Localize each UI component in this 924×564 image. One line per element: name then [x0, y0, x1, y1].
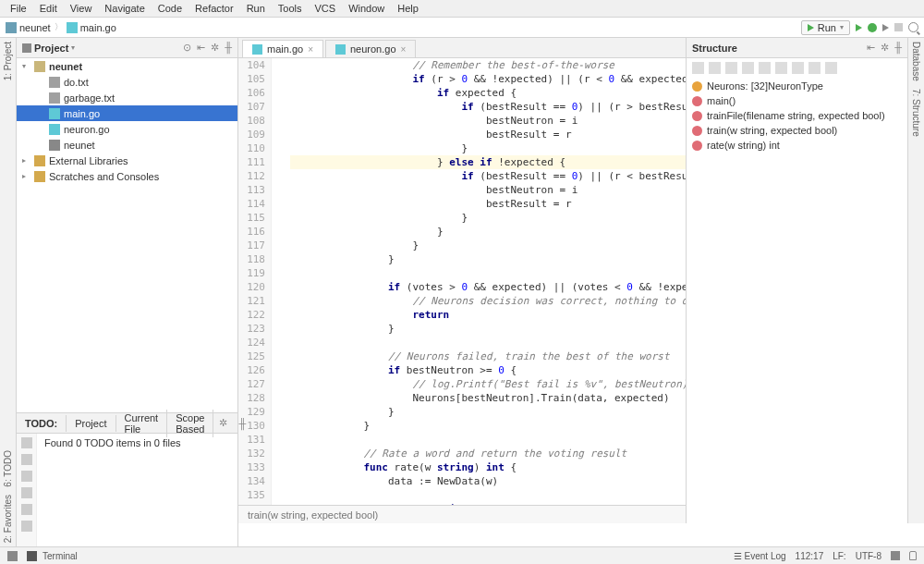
gear-icon[interactable]: ✲ [211, 42, 219, 54]
inspection-icon[interactable] [891, 551, 900, 560]
hide-icon[interactable]: ╫ [225, 42, 232, 54]
structure-item[interactable]: Neurons: [32]NeuronType [692, 79, 902, 93]
fold-gutter[interactable] [272, 58, 285, 505]
group-icon[interactable] [21, 471, 32, 482]
run-button[interactable] [856, 24, 862, 31]
run-config-dropdown[interactable]: Run ▾ [801, 20, 850, 35]
text-file-icon [49, 77, 60, 88]
debug-button[interactable] [868, 23, 877, 32]
collapse-icon[interactable]: ⇤ [867, 42, 875, 54]
menu-edit[interactable]: Edit [33, 1, 64, 16]
inherited-icon[interactable] [792, 62, 804, 74]
gear-icon[interactable]: ✲ [881, 42, 889, 54]
menu-refactor[interactable]: Refactor [188, 1, 240, 16]
structure-panel-header: Structure ⇤ ✲ ╫ [687, 38, 907, 58]
sidebar-tab-structure[interactable]: 7: Structure [911, 89, 921, 137]
code-area[interactable]: 1041051061071081091101111121131141151161… [238, 58, 686, 505]
sidebar-tab-project[interactable]: 1: Project [3, 42, 13, 80]
tree-scratches[interactable]: ▸Scratches and Consoles [17, 168, 237, 184]
project-panel-title: Project [34, 43, 68, 54]
filter-icon[interactable] [709, 62, 721, 74]
tree-item-label: main.go [64, 108, 100, 119]
search-icon[interactable] [908, 22, 918, 32]
collapse-icon[interactable]: ⇤ [197, 42, 205, 54]
go-file-icon [335, 44, 346, 55]
tab-main[interactable]: main.go× [242, 40, 323, 57]
hide-icon[interactable]: ╫ [233, 418, 251, 429]
menu-help[interactable]: Help [391, 1, 425, 16]
code-content[interactable]: // Remember the best-of-the-worse if (r … [285, 58, 686, 505]
menu-window[interactable]: Window [342, 1, 391, 16]
line-separator[interactable]: LF: [833, 551, 845, 561]
sidebar-tab-todo[interactable]: 6: TODO [3, 450, 13, 487]
autoscroll-icon[interactable] [21, 504, 32, 515]
tree-root-label: neunet [49, 61, 82, 72]
anonymous-icon[interactable] [808, 62, 821, 74]
go-file-icon [252, 44, 262, 55]
autoscroll-icon[interactable] [759, 62, 771, 74]
binary-icon [49, 140, 60, 151]
breadcrumb-bottom[interactable]: train(w string, expected bool) [238, 505, 686, 523]
breadcrumb-root[interactable]: neunet [6, 22, 51, 33]
project-view-dropdown[interactable]: Project ▾ [22, 43, 75, 54]
close-icon[interactable]: × [308, 44, 313, 55]
caret-position: 112:17 [796, 551, 824, 561]
encoding[interactable]: UTF-8 [856, 551, 881, 561]
structure-item[interactable]: rate(w string) int [692, 138, 902, 153]
function-icon [692, 126, 702, 136]
tree-item-neuron[interactable]: neuron.go [17, 121, 237, 137]
coverage-button[interactable] [882, 24, 889, 31]
expand-icon[interactable] [725, 62, 737, 74]
expand-icon[interactable] [21, 437, 32, 448]
menu-file[interactable]: File [4, 1, 33, 16]
todo-tab-scope[interactable]: Scope Based [167, 410, 213, 437]
todo-tab-project[interactable]: Project [67, 415, 116, 432]
scratch-icon [34, 171, 45, 182]
window-icon[interactable] [7, 551, 18, 561]
todo-message: Found 0 TODO items in 0 files [44, 437, 181, 448]
sidebar-tab-favorites[interactable]: 2: Favorites [3, 495, 13, 543]
tree-item-bin[interactable]: neunet [17, 137, 237, 153]
tree-item-main[interactable]: main.go [17, 105, 237, 121]
toolbar-right: Run ▾ [801, 20, 918, 35]
fields-icon[interactable] [775, 62, 787, 74]
close-icon[interactable]: × [401, 44, 407, 55]
menu-tools[interactable]: Tools [272, 1, 309, 16]
collapse-all-icon[interactable] [742, 62, 754, 74]
structure-item[interactable]: main() [692, 93, 902, 108]
collapse-icon[interactable] [21, 454, 32, 465]
sidebar-tab-database[interactable]: Database [911, 42, 921, 81]
structure-tree[interactable]: Neurons: [32]NeuronType main() trainFile… [687, 77, 907, 523]
lock-icon[interactable] [909, 551, 917, 560]
menu-view[interactable]: View [64, 1, 99, 16]
lambda-icon[interactable] [825, 62, 837, 74]
event-log-button[interactable]: ☰ Event Log [734, 551, 786, 561]
filter-icon[interactable] [21, 487, 32, 498]
tree-root[interactable]: ▾neunet [17, 58, 237, 74]
editor: main.go× neuron.go× 10410510610710810911… [238, 38, 686, 523]
structure-item[interactable]: train(w string, expected bool) [692, 123, 902, 138]
terminal-button[interactable]: Terminal [43, 551, 78, 561]
tab-neuron[interactable]: neuron.go× [325, 40, 416, 57]
sort-icon[interactable] [692, 62, 704, 74]
structure-panel: Structure ⇤ ✲ ╫ Neurons: [32]NeuronType … [686, 38, 907, 523]
tree-item-label: garbage.txt [64, 92, 115, 104]
folder-icon [34, 61, 45, 72]
menu-run[interactable]: Run [240, 1, 272, 16]
tree-external-libs[interactable]: ▸External Libraries [17, 153, 237, 168]
menu-vcs[interactable]: VCS [309, 1, 343, 16]
todo-panel: TODO: Project Current File Scope Based ✲… [17, 412, 238, 546]
structure-item[interactable]: trainFile(filename string, expected bool… [692, 108, 902, 123]
tree-item-garbage[interactable]: garbage.txt [17, 90, 237, 105]
target-icon[interactable]: ⊙ [183, 42, 191, 54]
gear-icon[interactable]: ✲ [213, 417, 233, 429]
tree-item-do[interactable]: do.txt [17, 74, 237, 90]
todo-tab-current[interactable]: Current File [116, 410, 168, 437]
preview-icon[interactable] [21, 521, 32, 532]
menu-navigate[interactable]: Navigate [98, 1, 151, 16]
menu-code[interactable]: Code [152, 1, 188, 16]
breadcrumb-file[interactable]: main.go [67, 22, 116, 33]
hide-icon[interactable]: ╫ [894, 42, 902, 54]
stop-button[interactable] [894, 23, 903, 31]
terminal-icon [27, 551, 37, 561]
